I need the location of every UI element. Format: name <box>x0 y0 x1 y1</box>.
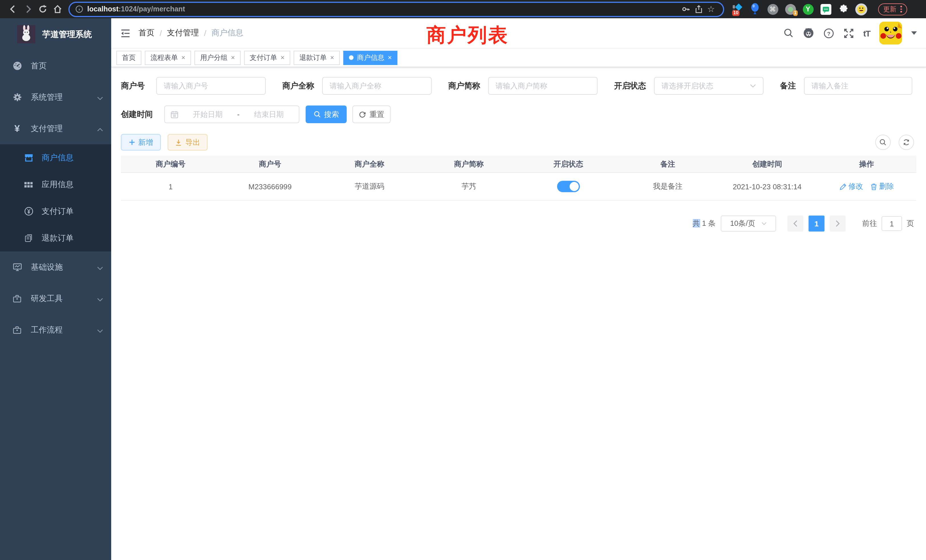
address-bar[interactable]: localhost:1024/pay/merchant ☆ <box>68 2 724 17</box>
sidebar-item-infra[interactable]: 基础设施 <box>0 251 111 283</box>
remark-input[interactable] <box>804 77 912 95</box>
sidebar-item-system[interactable]: 系统管理 <box>0 82 111 113</box>
tab-refund-order[interactable]: 退款订单× <box>294 50 340 65</box>
col-header: 操作 <box>817 156 916 172</box>
tab-user-group[interactable]: 用户分组× <box>194 50 241 65</box>
status-select[interactable]: 请选择开启状态 <box>654 77 764 95</box>
browser-update-button[interactable]: 更新 <box>878 3 907 15</box>
chevron-right-icon <box>835 220 840 227</box>
screen: localhost:1024/pay/merchant ☆ 10 ⌘ <box>0 0 926 560</box>
start-date-placeholder: 开始日期 <box>184 109 232 120</box>
caret-down-icon[interactable] <box>911 31 917 35</box>
chevron-down-icon <box>97 325 103 334</box>
password-key-icon[interactable] <box>680 2 692 17</box>
app-title: 芋道管理系统 <box>42 29 92 39</box>
tab-pay-order[interactable]: 支付订单× <box>244 50 290 65</box>
chevron-down-icon <box>750 84 756 88</box>
back-icon[interactable] <box>6 2 21 17</box>
sidebar-item-merchant-info[interactable]: 商户信息 <box>0 144 111 171</box>
sidebar-fold-icon[interactable] <box>120 28 130 38</box>
forward-icon[interactable] <box>21 2 35 17</box>
tags-view-bar: 首页 流程表单× 用户分组× 支付订单× 退款订单× 商户信息× <box>111 48 926 67</box>
sidebar-item-label: 应用信息 <box>42 179 74 190</box>
filter-label: 开启状态 <box>614 81 646 91</box>
bookmark-star-icon[interactable]: ☆ <box>705 2 717 17</box>
chevron-up-icon <box>97 124 103 133</box>
ext-status-icon[interactable]: 1 <box>784 2 797 16</box>
cell-short-name: 芋艿 <box>419 173 519 200</box>
breadcrumb-pay[interactable]: 支付管理 <box>167 28 199 38</box>
trash-icon <box>870 183 878 190</box>
search-button[interactable]: 搜索 <box>306 106 346 123</box>
reset-button[interactable]: 重置 <box>353 106 390 123</box>
refresh-table-button[interactable] <box>899 135 914 150</box>
pay-submenu: 商户信息 应用信息 支付订单 <box>0 144 111 251</box>
store-icon <box>23 153 34 162</box>
documents-icon <box>23 234 34 242</box>
sidebar-item-pay-order[interactable]: 支付订单 <box>0 198 111 225</box>
close-icon[interactable]: × <box>330 54 334 62</box>
github-icon[interactable] <box>803 27 814 39</box>
dashboard-icon <box>10 61 24 71</box>
sidebar-item-workflow[interactable]: 工作流程 <box>0 314 111 345</box>
tab-merchant-info-active[interactable]: 商户信息× <box>343 50 398 65</box>
browser-menu-icon[interactable] <box>900 6 902 12</box>
status-toggle[interactable] <box>557 181 580 192</box>
sidebar-item-app-info[interactable]: 应用信息 <box>0 171 111 198</box>
info-icon[interactable] <box>75 5 83 13</box>
browser-profile-avatar[interactable] <box>855 2 867 16</box>
date-range-picker[interactable]: 开始日期 - 结束日期 <box>164 106 300 123</box>
filter-label: 商户号 <box>121 81 148 91</box>
close-icon[interactable]: × <box>231 54 235 62</box>
sidebar-item-pay[interactable]: ¥ 支付管理 <box>0 113 111 144</box>
close-icon[interactable]: × <box>388 54 392 62</box>
prev-page-button[interactable] <box>787 216 803 232</box>
cell-remark: 我是备注 <box>618 173 717 200</box>
col-header: 商户全称 <box>320 156 419 172</box>
ext-tag-assistant-icon[interactable]: 10 <box>731 2 743 16</box>
page-number-1[interactable]: 1 <box>808 216 825 232</box>
add-button[interactable]: 新增 <box>121 134 161 151</box>
sidebar-item-dev-tools[interactable]: 研发工具 <box>0 283 111 314</box>
merchant-no-input[interactable] <box>156 77 266 95</box>
reload-icon[interactable] <box>35 2 50 17</box>
tab-home[interactable]: 首页 <box>117 50 141 65</box>
cell-full-name: 芋道源码 <box>320 173 419 200</box>
toggle-search-button[interactable] <box>875 135 891 150</box>
table-toolbar: 新增 导出 <box>121 134 916 151</box>
header-search-icon[interactable] <box>784 28 794 38</box>
total-count: 共 1 条 <box>693 218 716 229</box>
full-name-input[interactable] <box>322 77 432 95</box>
ext-y-icon[interactable]: Y <box>802 2 814 16</box>
app-logo-row[interactable]: 芋道管理系统 <box>0 18 111 50</box>
page-unit: 页 <box>906 218 914 229</box>
fullscreen-icon[interactable] <box>843 28 854 38</box>
help-icon[interactable]: ? <box>823 28 834 38</box>
ext-balloon-icon[interactable] <box>749 2 761 16</box>
goto-page-input[interactable] <box>882 216 902 231</box>
filter-row-1: 商户号 商户全称 商户简称 开启状态 请选择开启状态 <box>121 77 916 95</box>
breadcrumb-current: 商户信息 <box>212 28 244 38</box>
short-name-input[interactable] <box>488 77 598 95</box>
cell-merchant-no: M233666999 <box>220 173 320 200</box>
edit-link[interactable]: 修改 <box>839 182 863 192</box>
close-icon[interactable]: × <box>181 54 185 62</box>
font-size-icon[interactable]: tT <box>863 28 870 38</box>
sidebar-item-label: 系统管理 <box>31 92 63 102</box>
home-icon[interactable] <box>50 2 65 17</box>
export-button[interactable]: 导出 <box>168 134 207 151</box>
ext-chat-icon[interactable] <box>819 2 832 16</box>
breadcrumb-home[interactable]: 首页 <box>139 28 154 38</box>
user-avatar[interactable] <box>879 22 902 44</box>
extensions-puzzle-icon[interactable] <box>837 2 850 16</box>
next-page-button[interactable] <box>830 216 846 232</box>
sidebar-item-home[interactable]: 首页 <box>0 50 111 82</box>
close-icon[interactable]: × <box>280 54 284 62</box>
page-size-select[interactable]: 10条/页 <box>721 216 776 232</box>
table-row: 1 M233666999 芋道源码 芋艿 我是备注 2021-10-23 08:… <box>121 173 916 200</box>
ext-command-icon[interactable]: ⌘ <box>766 2 779 16</box>
delete-link[interactable]: 删除 <box>870 182 894 192</box>
tab-process-form[interactable]: 流程表单× <box>145 50 191 65</box>
share-icon[interactable] <box>692 2 705 17</box>
sidebar-item-refund-order[interactable]: 退款订单 <box>0 225 111 251</box>
